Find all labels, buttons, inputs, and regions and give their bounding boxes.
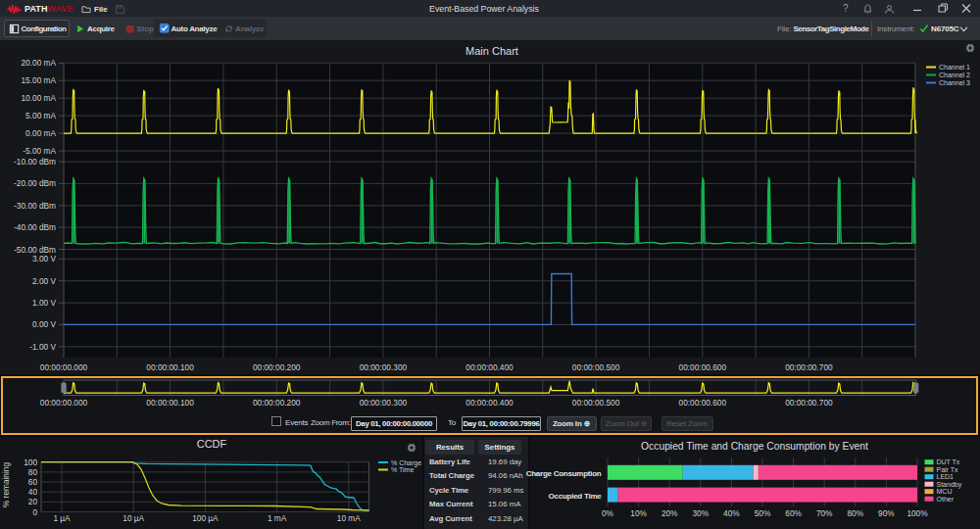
svg-text:00:00:00.400: 00:00:00.400 bbox=[466, 362, 514, 372]
svg-text:5.00 mA: 5.00 mA bbox=[25, 111, 56, 120]
svg-text:00:00:00.100: 00:00:00.100 bbox=[146, 398, 194, 408]
svg-text:50%: 50% bbox=[755, 508, 771, 518]
svg-text:90%: 90% bbox=[878, 508, 895, 518]
svg-text:00:00:00.500: 00:00:00.500 bbox=[572, 398, 620, 408]
svg-text:100 µA: 100 µA bbox=[192, 513, 219, 523]
svg-text:15.00 mA: 15.00 mA bbox=[21, 75, 56, 85]
svg-text:-1.00 V: -1.00 V bbox=[29, 342, 56, 352]
svg-text:00:00:00.600: 00:00:00.600 bbox=[679, 398, 727, 408]
svg-text:00:00:00.400: 00:00:00.400 bbox=[466, 398, 514, 408]
svg-text:70%: 70% bbox=[816, 508, 833, 518]
svg-text:% remaining: % remaining bbox=[1, 462, 11, 508]
svg-text:LED1: LED1 bbox=[937, 473, 955, 480]
svg-text:00:00:00.700: 00:00:00.700 bbox=[785, 362, 833, 372]
svg-text:10.00 mA: 10.00 mA bbox=[21, 93, 56, 103]
svg-text:80%: 80% bbox=[847, 508, 863, 518]
svg-text:10 µA: 10 µA bbox=[122, 513, 144, 523]
svg-text:Channel 3: Channel 3 bbox=[939, 79, 970, 86]
svg-text:-40.00 dBm: -40.00 dBm bbox=[14, 222, 56, 232]
svg-text:-50.00 dBm: -50.00 dBm bbox=[14, 245, 56, 255]
svg-text:Channel 1: Channel 1 bbox=[939, 64, 970, 71]
svg-text:00:00:00.000: 00:00:00.000 bbox=[40, 362, 88, 372]
svg-text:00:00:00.000: 00:00:00.000 bbox=[40, 398, 88, 408]
svg-text:80: 80 bbox=[28, 467, 38, 477]
svg-text:0.00 V: 0.00 V bbox=[32, 319, 56, 329]
svg-text:0.00 mA: 0.00 mA bbox=[25, 128, 56, 138]
svg-text:3.00 V: 3.00 V bbox=[32, 254, 56, 264]
svg-text:00:00:00.200: 00:00:00.200 bbox=[253, 398, 301, 408]
svg-text:00:00:00.200: 00:00:00.200 bbox=[253, 362, 301, 372]
svg-text:Pair Tx: Pair Tx bbox=[937, 466, 959, 473]
svg-text:00:00:00.300: 00:00:00.300 bbox=[360, 398, 408, 408]
svg-text:-10.00 dBm: -10.00 dBm bbox=[14, 157, 56, 167]
svg-text:100: 100 bbox=[24, 457, 37, 467]
svg-text:DUT Tx: DUT Tx bbox=[937, 458, 960, 465]
svg-text:% Time: % Time bbox=[391, 466, 414, 473]
svg-text:-20.00 dBm: -20.00 dBm bbox=[14, 178, 56, 188]
svg-text:Channel 2: Channel 2 bbox=[939, 72, 970, 78]
svg-text:40: 40 bbox=[28, 487, 38, 497]
svg-text:10 mA: 10 mA bbox=[337, 513, 361, 523]
svg-text:00:00:00.700: 00:00:00.700 bbox=[785, 398, 833, 408]
svg-text:-5.00 mA: -5.00 mA bbox=[23, 146, 56, 156]
svg-text:20: 20 bbox=[28, 497, 38, 506]
svg-text:00:00:00.300: 00:00:00.300 bbox=[360, 362, 408, 372]
svg-text:40%: 40% bbox=[723, 508, 740, 518]
svg-text:Main Chart: Main Chart bbox=[466, 45, 518, 57]
svg-text:00:00:00.100: 00:00:00.100 bbox=[146, 362, 194, 372]
svg-text:00:00:00.600: 00:00:00.600 bbox=[679, 362, 727, 372]
svg-text:0: 0 bbox=[32, 507, 37, 517]
svg-text:60: 60 bbox=[28, 477, 38, 487]
svg-text:Occupied Time: Occupied Time bbox=[549, 492, 603, 501]
svg-text:60%: 60% bbox=[785, 508, 802, 518]
svg-text:1 mA: 1 mA bbox=[268, 513, 287, 523]
svg-text:MCU: MCU bbox=[937, 488, 953, 495]
svg-text:1.00 V: 1.00 V bbox=[32, 298, 56, 308]
svg-text:2.00 V: 2.00 V bbox=[32, 276, 56, 286]
svg-text:-30.00 dBm: -30.00 dBm bbox=[14, 201, 56, 211]
svg-text:Occupied Time and Charge Consu: Occupied Time and Charge Consumption by … bbox=[641, 441, 868, 452]
svg-text:Other: Other bbox=[937, 496, 955, 503]
svg-text:0%: 0% bbox=[602, 508, 614, 518]
svg-text:00:00:00.500: 00:00:00.500 bbox=[572, 362, 620, 372]
svg-text:30%: 30% bbox=[692, 508, 709, 518]
svg-text:20.00 mA: 20.00 mA bbox=[21, 58, 56, 68]
svg-text:1 µA: 1 µA bbox=[53, 513, 71, 523]
svg-text:CCDF: CCDF bbox=[197, 438, 227, 450]
svg-text:100%: 100% bbox=[906, 508, 928, 518]
svg-text:Charge Consumption: Charge Consumption bbox=[526, 469, 602, 478]
svg-text:10%: 10% bbox=[630, 508, 647, 518]
svg-text:20%: 20% bbox=[662, 508, 678, 518]
